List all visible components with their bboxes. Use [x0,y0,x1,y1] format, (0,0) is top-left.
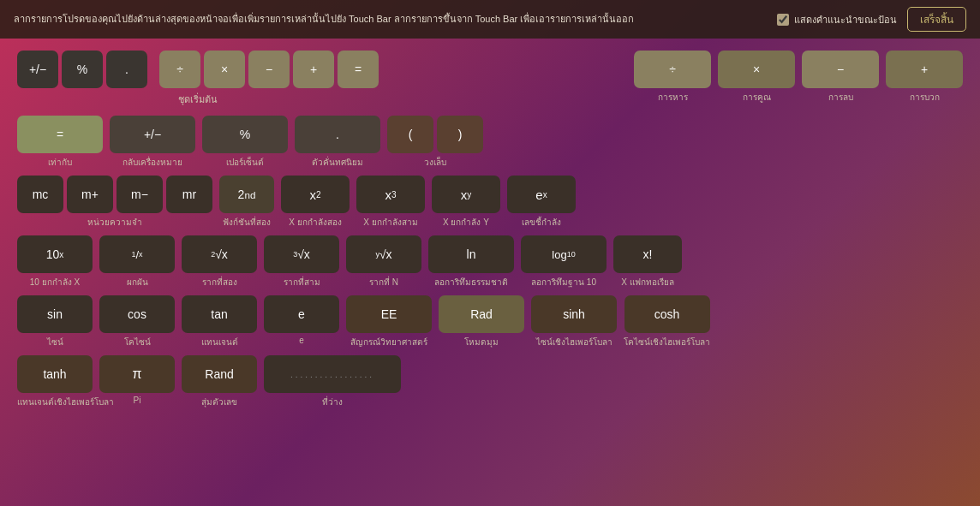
close-paren-face[interactable]: ) [437,116,483,153]
e-face[interactable]: e [264,295,339,333]
10x-btn[interactable]: 10x 10 ยกกำลัง X [17,235,93,289]
decimal-main-face[interactable]: . [295,116,380,153]
minus-start-face[interactable]: − [248,51,290,88]
2nd-face[interactable]: 2nd [219,176,274,213]
minus-op-btn[interactable]: − การลบ [802,51,879,104]
plus-start-face[interactable]: + [293,51,334,88]
percent-btn[interactable]: % [62,51,103,88]
sqrt2-btn[interactable]: 2√x รากที่สอง [182,235,257,289]
EE-face[interactable]: EE [346,295,432,333]
inv-x-face[interactable]: 1/x [99,235,175,273]
sinh-btn[interactable]: sinh ไซน์เชิงไฮเพอร์โบลา [531,295,617,348]
equals-start-face[interactable]: = [338,51,379,88]
log10-face[interactable]: log10 [521,235,607,273]
2nd-btn[interactable]: 2nd ฟังก์ชันที่สอง [219,176,274,229]
rad-btn[interactable]: Rad โหมดมุม [439,295,524,348]
tanh-btn[interactable]: tanh แทนเจนต์เชิงไฮเพอร์โบลา [17,355,93,408]
mr-btn[interactable]: mr [166,176,212,213]
empty-face[interactable]: ................. [264,355,401,393]
mr-face[interactable]: mr [166,176,212,213]
empty-btn[interactable]: ................. ที่ว่าง [264,355,401,408]
toggle-sign-face[interactable]: +/− [110,116,195,153]
pi-btn[interactable]: π Pi [99,355,175,405]
xfact-face[interactable]: x! [613,235,682,273]
sqrtN-face[interactable]: y√x [346,235,421,273]
done-button[interactable]: เสร็จสิ้น [907,7,966,32]
sqrt3-face[interactable]: 3√x [264,235,339,273]
e-btn[interactable]: e e [264,295,339,345]
rand-btn[interactable]: Rand สุ่มตัวเลข [182,355,257,408]
inv-x-btn[interactable]: 1/x ผกผัน [99,235,175,289]
mplus-btn[interactable]: m+ [67,176,113,213]
divide-start-face[interactable]: ÷ [159,51,200,88]
ln-label: ลอการิทึมธรรมชาติ [434,276,508,289]
log10-btn[interactable]: log10 ลอการิทึมฐาน 10 [521,235,607,289]
plus-op-face[interactable]: + [886,51,963,88]
ln-face[interactable]: ln [428,235,514,273]
tanh-face[interactable]: tanh [17,355,93,393]
multiply-start-btn[interactable]: × [204,51,245,88]
toggle-sign-label: กลับเครื่องหมาย [122,156,182,169]
sqrt2-face[interactable]: 2√x [182,235,257,273]
rand-face[interactable]: Rand [182,355,257,393]
cos-btn[interactable]: cos โคไซน์ [99,295,175,348]
percent-main-btn[interactable]: % เปอร์เซ็นต์ [202,116,288,169]
multiply-start-face[interactable]: × [204,51,245,88]
divide-op-face[interactable]: ÷ [634,51,711,88]
plus-minus-btn[interactable]: +/− [17,51,58,88]
show-suggestions-label[interactable]: แสดงคำแนะนำขณะป้อน [777,12,897,27]
percent-main-face[interactable]: % [202,116,288,153]
sin-btn[interactable]: sin ไซน์ [17,295,93,348]
show-suggestions-checkbox[interactable] [777,14,789,26]
ex-btn[interactable]: ex เลขชี้กำลัง [507,176,576,229]
cosh-btn[interactable]: cosh โคไซน์เชิงไฮเพอร์โบลา [624,295,710,348]
minus-op-face[interactable]: − [802,51,879,88]
multiply-op-btn[interactable]: × การคูณ [718,51,795,104]
tan-btn[interactable]: tan แทนเจนต์ [182,295,257,348]
sinh-face[interactable]: sinh [531,295,617,333]
close-paren-btn[interactable]: ) [437,116,483,153]
cosh-face[interactable]: cosh [624,295,710,333]
mc-btn[interactable]: mc [17,176,63,213]
x3-face[interactable]: x3 [356,176,425,213]
plus-op-btn[interactable]: + การบวก [886,51,963,104]
sin-face[interactable]: sin [17,295,93,333]
divide-start-btn[interactable]: ÷ [159,51,200,88]
multiply-op-face[interactable]: × [718,51,795,88]
x3-btn[interactable]: x3 X ยกกำลังสาม [356,176,425,229]
x2-face[interactable]: x2 [281,176,350,213]
EE-btn[interactable]: EE สัญกรณ์วิทยาศาสตร์ [346,295,432,348]
x2-label: X ยกกำลังสอง [289,216,341,229]
rad-face[interactable]: Rad [439,295,524,333]
mminus-face[interactable]: m− [117,176,163,213]
tan-face[interactable]: tan [182,295,257,333]
mminus-btn[interactable]: m− [117,176,163,213]
decimal-face[interactable]: . [106,51,147,88]
ln-btn[interactable]: ln ลอการิทึมธรรมชาติ [428,235,514,289]
xy-face[interactable]: xy [432,176,500,213]
10x-face[interactable]: 10x [17,235,93,273]
sqrtN-btn[interactable]: y√x รากที่ N [346,235,421,289]
xfact-btn[interactable]: x! X แฟกทอเรียล [613,235,682,289]
plus-start-btn[interactable]: + [293,51,334,88]
equals-start-btn[interactable]: = [338,51,379,88]
cos-face[interactable]: cos [99,295,175,333]
percent-face[interactable]: % [62,51,103,88]
equals-main-face[interactable]: = [17,116,103,153]
open-paren-btn[interactable]: ( [387,116,433,153]
plus-minus-face[interactable]: +/− [17,51,58,88]
pi-face[interactable]: π [99,355,175,393]
xy-btn[interactable]: xy X ยกกำลัง Y [432,176,500,229]
mc-face[interactable]: mc [17,176,63,213]
decimal-btn[interactable]: . [106,51,147,88]
equals-main-btn[interactable]: = เท่ากับ [17,116,103,169]
toggle-sign-btn[interactable]: +/− กลับเครื่องหมาย [110,116,195,169]
mplus-face[interactable]: m+ [67,176,113,213]
x2-btn[interactable]: x2 X ยกกำลังสอง [281,176,350,229]
open-paren-face[interactable]: ( [387,116,433,153]
minus-start-btn[interactable]: − [248,51,290,88]
divide-op-btn[interactable]: ÷ การหาร [634,51,711,104]
ex-face[interactable]: ex [507,176,576,213]
decimal-main-btn[interactable]: . ตัวคั่นทศนิยม [295,116,380,169]
sqrt3-btn[interactable]: 3√x รากที่สาม [264,235,339,289]
